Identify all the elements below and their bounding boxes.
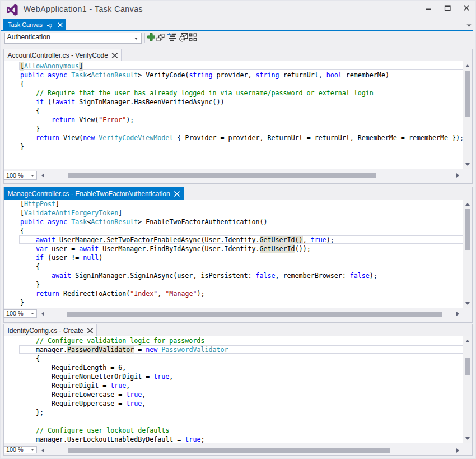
zoom-level: 100 % [6,172,24,179]
pane-tab-strip: ManageController.cs - EnableTwoFactorAut… [3,187,473,200]
zoom-combobox[interactable]: 100 % [3,171,37,180]
task-combobox[interactable]: Authentication [4,33,142,44]
horizontal-scrollbar-thumb[interactable] [68,173,376,178]
close-icon[interactable] [58,22,63,27]
scroll-up-icon[interactable] [465,64,470,67]
tab-task-canvas-label: Task Canvas [8,21,43,28]
scroll-left-icon[interactable] [41,312,44,316]
pane-tab-strip: IdentityConfig.cs - Create [3,324,473,336]
email-icon[interactable] [179,33,189,42]
close-button[interactable] [458,0,475,15]
pane-tab[interactable]: ManageController.cs - EnableTwoFactorAut… [4,187,184,200]
cascade-windows-icon[interactable] [156,34,165,42]
scroll-right-icon[interactable] [456,448,459,453]
code-pane-1: AccountController.cs - VerifyCode[AllowA… [3,49,473,184]
horizontal-scrollbar-thumb[interactable] [68,448,390,453]
vertical-scrollbar-thumb[interactable] [465,71,470,117]
editor-bottom-bar: 100 % [4,443,472,455]
vertical-scrollbar[interactable] [463,200,472,308]
current-line-box [19,235,463,244]
pane-tab-label: AccountController.cs - VerifyCode [8,52,108,59]
minimize-button[interactable] [420,0,437,15]
zoom-combobox[interactable]: 100 % [3,309,37,318]
vertical-scrollbar[interactable] [463,61,472,169]
maximize-button[interactable] [439,0,456,15]
zoom-level: 100 % [6,446,24,453]
add-icon[interactable] [147,33,155,41]
chevron-down-icon[interactable] [466,24,472,27]
pin-icon[interactable] [47,24,54,30]
insert-lines-icon[interactable] [167,33,176,42]
zoom-combobox[interactable]: 100 % [3,446,37,453]
code-text: [AllowAnonymous]public async Task<Action… [4,61,463,169]
vertical-scrollbar-thumb[interactable] [465,358,470,375]
pane-tab[interactable]: IdentityConfig.cs - Create [4,324,97,336]
task-combobox-value: Authentication [7,33,50,41]
grid-icon[interactable] [189,33,197,41]
title-bar: WebApplication1 - Task Canvas [0,0,476,19]
zoom-level: 100 % [6,310,24,317]
scroll-down-icon[interactable] [465,437,470,440]
vertical-scrollbar-thumb[interactable] [465,209,470,250]
scroll-up-icon[interactable] [465,203,470,206]
close-icon[interactable] [174,191,180,197]
toolbar: Authentication [0,31,476,49]
visual-studio-logo-icon [7,4,18,16]
scroll-down-icon[interactable] [465,163,470,166]
code-text: [HttpPost][ValidateAntiForgeryToken]publ… [4,200,463,308]
code-pane-3: IdentityConfig.cs - Create // Configure … [3,324,473,456]
close-icon[interactable] [111,53,118,58]
combobox-arrow-icon [134,38,138,40]
scroll-right-icon[interactable] [456,312,459,316]
code-editor[interactable]: // Configure validation logic for passwo… [4,336,463,443]
scroll-left-icon[interactable] [41,448,44,453]
code-editor[interactable]: [AllowAnonymous]public async Task<Action… [4,61,463,169]
editor-bottom-bar: 100 % [4,169,472,183]
toolbar-separator [144,33,145,43]
scroll-right-icon[interactable] [456,173,459,178]
pane-tab-strip: AccountController.cs - VerifyCode [3,49,473,61]
tab-task-canvas[interactable]: Task Canvas [3,19,66,30]
current-line-box [19,345,463,354]
vertical-scrollbar[interactable] [463,336,472,443]
zoom-arrow-icon [31,449,34,451]
pane-tab[interactable]: AccountController.cs - VerifyCode [4,49,122,61]
current-line-box [19,62,463,70]
editor-bottom-bar: 100 % [4,308,472,322]
horizontal-scrollbar-thumb[interactable] [67,312,442,317]
window-title: WebApplication1 - Task Canvas [24,4,143,13]
scroll-up-icon[interactable] [465,340,470,342]
pane-tab-label: ManageController.cs - EnableTwoFactorAut… [8,190,170,198]
zoom-arrow-icon [31,175,34,177]
code-editor[interactable]: [HttpPost][ValidateAntiForgeryToken]publ… [4,200,463,308]
scroll-left-icon[interactable] [41,173,44,178]
scroll-down-icon[interactable] [465,302,470,305]
close-icon[interactable] [87,328,94,333]
pane-tab-label: IdentityConfig.cs - Create [8,327,83,335]
zoom-arrow-icon [31,313,34,314]
code-pane-2: ManageController.cs - EnableTwoFactorAut… [3,187,473,323]
